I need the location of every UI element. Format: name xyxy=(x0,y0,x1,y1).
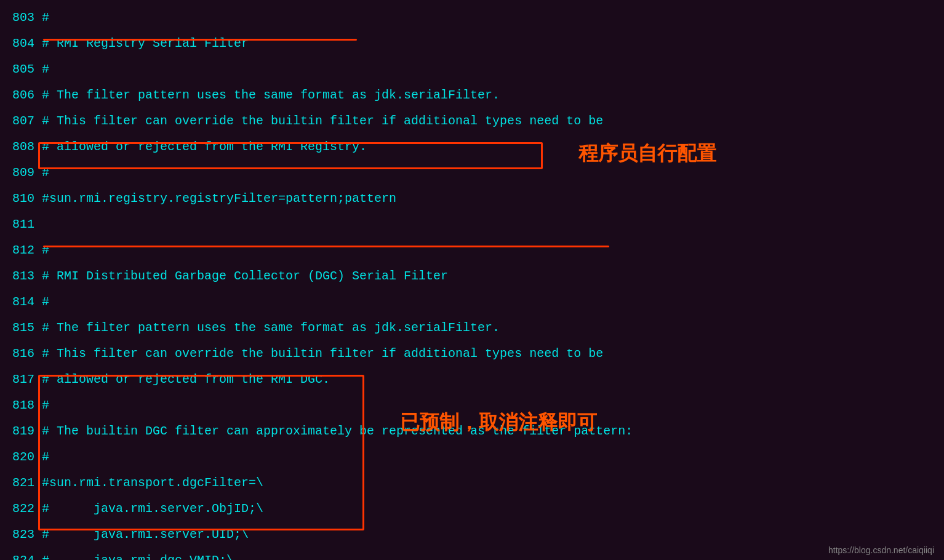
code-line: 816# This filter can override the builti… xyxy=(0,341,944,367)
line-content: #sun.rmi.transport.dgcFilter=\ xyxy=(42,470,263,496)
code-container: 程序员自行配置 已预制，取消注释即可 803#804# RMI Registry… xyxy=(0,0,944,560)
line-number: 814 xyxy=(5,289,34,315)
line-content: # xyxy=(42,57,49,82)
line-content: # RMI Registry Serial Filter xyxy=(42,31,249,57)
line-number: 823 xyxy=(5,522,34,548)
code-line: 805# xyxy=(0,57,944,82)
line-number: 815 xyxy=(5,315,34,341)
code-line: 820# xyxy=(0,444,944,470)
line-content: #sun.rmi.registry.registryFilter=pattern… xyxy=(42,186,396,212)
code-line: 823# java.rmi.server.UID;\ xyxy=(0,522,944,548)
line-content: # The filter pattern uses the same forma… xyxy=(42,315,500,341)
code-line: 811 xyxy=(0,212,944,238)
code-line: 813# RMI Distributed Garbage Collector (… xyxy=(0,263,944,289)
code-lines: 803#804# RMI Registry Serial Filter805#8… xyxy=(0,5,944,560)
underline-813 xyxy=(43,246,609,247)
line-number: 817 xyxy=(5,367,34,393)
line-content: # xyxy=(42,238,49,263)
line-content: # java.rmi.dgc.VMID;\ xyxy=(42,548,234,560)
annotation-810: 程序员自行配置 xyxy=(578,140,716,167)
code-line: 807# This filter can override the builti… xyxy=(0,108,944,134)
line-number: 810 xyxy=(5,186,34,212)
line-number: 811 xyxy=(5,212,34,238)
line-number: 822 xyxy=(5,496,34,522)
line-number: 821 xyxy=(5,470,34,496)
line-content: # allowed or rejected from the RMI Regis… xyxy=(42,134,367,160)
code-line: 808# allowed or rejected from the RMI Re… xyxy=(0,134,944,160)
watermark: https://blog.csdn.net/caiqiiqi xyxy=(828,545,934,555)
code-line: 803# xyxy=(0,5,944,31)
line-content: # This filter can override the builtin f… xyxy=(42,108,603,134)
line-content: # xyxy=(42,5,49,31)
code-line: 809# xyxy=(0,160,944,186)
code-line: 815# The filter pattern uses the same fo… xyxy=(0,315,944,341)
line-content: # java.rmi.server.UID;\ xyxy=(42,522,249,548)
code-line: 824# java.rmi.dgc.VMID;\ xyxy=(0,548,944,560)
code-line: 822# java.rmi.server.ObjID;\ xyxy=(0,496,944,522)
line-content: # This filter can override the builtin f… xyxy=(42,341,603,367)
line-number: 808 xyxy=(5,134,34,160)
line-number: 805 xyxy=(5,57,34,82)
code-line: 821#sun.rmi.transport.dgcFilter=\ xyxy=(0,470,944,496)
line-number: 809 xyxy=(5,160,34,186)
code-line: 810#sun.rmi.registry.registryFilter=patt… xyxy=(0,186,944,212)
line-number: 824 xyxy=(5,548,34,560)
line-number: 818 xyxy=(5,393,34,418)
line-number: 813 xyxy=(5,263,34,289)
line-number: 816 xyxy=(5,341,34,367)
line-number: 803 xyxy=(5,5,34,31)
line-number: 820 xyxy=(5,444,34,470)
underline-804 xyxy=(43,39,357,41)
code-line: 814# xyxy=(0,289,944,315)
code-line: 804# RMI Registry Serial Filter xyxy=(0,31,944,57)
line-number: 804 xyxy=(5,31,34,57)
line-content: # xyxy=(42,160,49,186)
line-content: # allowed or rejected from the RMI DGC. xyxy=(42,367,330,393)
line-number: 812 xyxy=(5,238,34,263)
code-line: 817# allowed or rejected from the RMI DG… xyxy=(0,367,944,393)
annotation-821: 已预制，取消注释即可 xyxy=(400,409,597,436)
line-content: # xyxy=(42,444,49,470)
line-content: # RMI Distributed Garbage Collector (DGC… xyxy=(42,263,448,289)
line-number: 807 xyxy=(5,108,34,134)
line-number: 819 xyxy=(5,418,34,444)
code-line: 806# The filter pattern uses the same fo… xyxy=(0,82,944,108)
line-content: # java.rmi.server.ObjID;\ xyxy=(42,496,263,522)
code-line: 812# xyxy=(0,238,944,263)
line-content: # xyxy=(42,393,49,418)
line-content: # The filter pattern uses the same forma… xyxy=(42,82,500,108)
line-content: # xyxy=(42,289,49,315)
line-number: 806 xyxy=(5,82,34,108)
